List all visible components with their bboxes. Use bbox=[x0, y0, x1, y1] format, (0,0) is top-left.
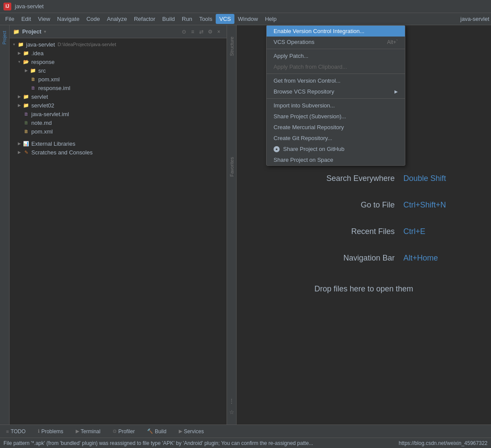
tree-root-label: java-servlet bbox=[26, 41, 55, 48]
favorites-label[interactable]: Favorites bbox=[228, 154, 235, 179]
tab-terminal[interactable]: ▶ Terminal bbox=[73, 427, 103, 436]
md-icon: 🗎 bbox=[23, 119, 30, 126]
vcs-apply-patch-label: Apply Patch... bbox=[274, 53, 308, 59]
vcs-menu-item-share-svn[interactable]: Share Project (Subversion)... bbox=[267, 111, 405, 122]
hint-search-key: Double Shift bbox=[403, 174, 446, 183]
menu-edit[interactable]: Edit bbox=[18, 14, 34, 24]
tab-todo[interactable]: ≡ TODO bbox=[3, 427, 28, 436]
menu-tools[interactable]: Tools bbox=[196, 14, 216, 24]
vcs-menu-item-share-github[interactable]: ● Share Project on GitHub bbox=[267, 144, 405, 154]
vcs-create-mercurial-label: Create Mercurial Repository bbox=[274, 124, 344, 130]
vcs-menu-item-browse-repo[interactable]: Browse VCS Repository ▶ bbox=[267, 86, 405, 97]
project-header-title: 📁 Project ▾ bbox=[13, 28, 180, 35]
tree-root-pom[interactable]: ▶ 🗎 pom.xml bbox=[10, 127, 227, 136]
vcs-apply-clipboard-label: Apply Patch from Clipboard... bbox=[274, 64, 347, 70]
menu-code[interactable]: Code bbox=[83, 14, 104, 24]
tree-root[interactable]: ▾ 📁 java-servlet D:\IdeaProjects\java-se… bbox=[10, 40, 227, 49]
menu-bar: File Edit View Navigate Code Analyze Ref… bbox=[0, 13, 491, 25]
problems-icon: ℹ bbox=[38, 428, 40, 434]
hint-goto-file: Go to File Ctrl+Shift+N bbox=[281, 201, 446, 210]
tree-src[interactable]: ▶ 📁 src bbox=[10, 66, 227, 75]
main-layout: Project 📁 Project ▾ ⊙ ≡ ⇄ ⚙ × ▾ 📁 java-s… bbox=[0, 25, 491, 425]
settings-icon[interactable]: ⚙ bbox=[206, 27, 214, 36]
tree-idea[interactable]: ▶ 📁 .idea bbox=[10, 49, 227, 57]
tree-notemd[interactable]: ▶ 🗎 note.md bbox=[10, 118, 227, 127]
tree-servlet[interactable]: ▶ 📁 servlet bbox=[10, 92, 227, 101]
menu-help[interactable]: Help bbox=[261, 14, 280, 24]
vcs-import-svn-label: Import into Subversion... bbox=[274, 102, 335, 109]
vcs-operations-label: VCS Operations bbox=[274, 39, 314, 45]
hint-search-everywhere: Search Everywhere Double Shift bbox=[281, 174, 446, 183]
locate-icon[interactable]: ⊙ bbox=[180, 27, 188, 36]
bookmark-icon[interactable]: ⋮ bbox=[228, 397, 236, 405]
vcs-menu-item-enable-vcs[interactable]: Enable Version Control Integration... bbox=[267, 26, 405, 37]
menu-analyze[interactable]: Analyze bbox=[104, 14, 130, 24]
menu-navigate[interactable]: Navigate bbox=[53, 14, 83, 24]
project-header: 📁 Project ▾ ⊙ ≡ ⇄ ⚙ × bbox=[10, 25, 227, 38]
tab-todo-label: TODO bbox=[10, 428, 25, 435]
arrow-ext-libs: ▶ bbox=[17, 141, 22, 146]
tree-ext-libs[interactable]: ▶ 📊 External Libraries bbox=[10, 139, 227, 148]
structure-sidebar: Structure Favorites ⋮ ☆ bbox=[227, 25, 237, 425]
tree-response-iml[interactable]: ▶ 🗎 response.iml bbox=[10, 84, 227, 92]
menu-view[interactable]: View bbox=[34, 14, 53, 24]
tree-servlet02[interactable]: ▶ 📁 servlet02 bbox=[10, 101, 227, 110]
tree-response-pom[interactable]: ▶ 🗎 pom.xml bbox=[10, 75, 227, 84]
vcs-operations-shortcut: Alt+` bbox=[387, 39, 398, 45]
folder-icon-response: 📂 bbox=[23, 58, 30, 65]
project-sidebar-label[interactable]: Project bbox=[1, 27, 8, 48]
hint-recent-key: Ctrl+E bbox=[403, 227, 425, 236]
tab-build[interactable]: 🔨 Build bbox=[144, 427, 169, 436]
tree-root-pom-label: pom.xml bbox=[31, 128, 53, 135]
vcs-enable-label: Enable Version Control Integration... bbox=[274, 28, 364, 34]
status-bar: File pattern '*.apk' (from 'bundled' plu… bbox=[0, 438, 491, 448]
tree-response[interactable]: ▾ 📂 response bbox=[10, 57, 227, 66]
dropdown-arrow[interactable]: ▾ bbox=[44, 29, 46, 34]
vcs-menu-item-operations[interactable]: VCS Operations Alt+` bbox=[267, 37, 405, 47]
vcs-create-git-label: Create Git Repository... bbox=[274, 135, 332, 141]
folder-icon-src: 📁 bbox=[30, 67, 37, 74]
hint-recent-keys: Ctrl+E bbox=[403, 227, 425, 236]
vcs-menu-item-create-git[interactable]: Create Git Repository... bbox=[267, 133, 405, 144]
tree-scratches[interactable]: ▶ ✎ Scratches and Consoles bbox=[10, 148, 227, 157]
tab-build-label: Build bbox=[155, 428, 167, 435]
vcs-menu-item-share-space[interactable]: Share Project on Space bbox=[267, 154, 405, 165]
profiler-icon: ⊙ bbox=[113, 428, 117, 434]
close-icon[interactable]: × bbox=[214, 27, 223, 36]
left-sidebar: Project bbox=[0, 25, 10, 425]
vcs-menu-item-get-vcs[interactable]: Get from Version Control... bbox=[267, 75, 405, 86]
vcs-menu-item-create-mercurial[interactable]: Create Mercurial Repository bbox=[267, 122, 405, 133]
tab-problems[interactable]: ℹ Problems bbox=[35, 427, 66, 436]
vcs-get-vcs-label: Get from Version Control... bbox=[274, 77, 341, 84]
status-url[interactable]: https://blog.csdn.net/weixin_45967322 bbox=[399, 440, 488, 446]
menu-file[interactable]: File bbox=[2, 14, 18, 24]
tab-terminal-label: Terminal bbox=[81, 428, 100, 435]
terminal-icon: ▶ bbox=[76, 428, 79, 434]
vcs-menu-item-import-svn[interactable]: Import into Subversion... bbox=[267, 100, 405, 111]
bottom-toolbar: ≡ TODO ℹ Problems ▶ Terminal ⊙ Profiler … bbox=[0, 425, 491, 438]
tree-main-iml[interactable]: ▶ 🗎 java-servlet.iml bbox=[10, 110, 227, 118]
arrow-scratches: ▶ bbox=[17, 150, 22, 155]
vcs-separator-1 bbox=[267, 49, 405, 49]
menu-build[interactable]: Build bbox=[159, 14, 178, 24]
extlib-icon: 📊 bbox=[23, 140, 30, 147]
tree-servlet-label: servlet bbox=[31, 94, 48, 100]
menu-run[interactable]: Run bbox=[178, 14, 196, 24]
tab-services[interactable]: ▶ Services bbox=[176, 427, 207, 436]
expand-icon[interactable]: ⇄ bbox=[197, 27, 206, 36]
hint-recent-files: Recent Files Ctrl+E bbox=[281, 227, 446, 236]
menu-vcs[interactable]: VCS bbox=[216, 14, 234, 24]
hint-goto-label: Go to File bbox=[281, 201, 394, 210]
tab-profiler[interactable]: ⊙ Profiler bbox=[110, 427, 137, 436]
hint-nav-key: Alt+Home bbox=[403, 254, 438, 263]
menu-window[interactable]: Window bbox=[234, 14, 261, 24]
structure-label[interactable]: Structure bbox=[228, 34, 235, 59]
arrow-src: ▶ bbox=[23, 68, 29, 73]
vcs-menu-item-apply-patch[interactable]: Apply Patch... bbox=[267, 50, 405, 61]
folder-icon-idea: 📁 bbox=[23, 50, 30, 57]
arrow-root: ▾ bbox=[11, 42, 17, 47]
star-icon[interactable]: ☆ bbox=[228, 408, 236, 416]
menu-refactor[interactable]: Refactor bbox=[130, 14, 159, 24]
sort-icon[interactable]: ≡ bbox=[188, 27, 197, 36]
vcs-share-svn-label: Share Project (Subversion)... bbox=[274, 113, 346, 120]
